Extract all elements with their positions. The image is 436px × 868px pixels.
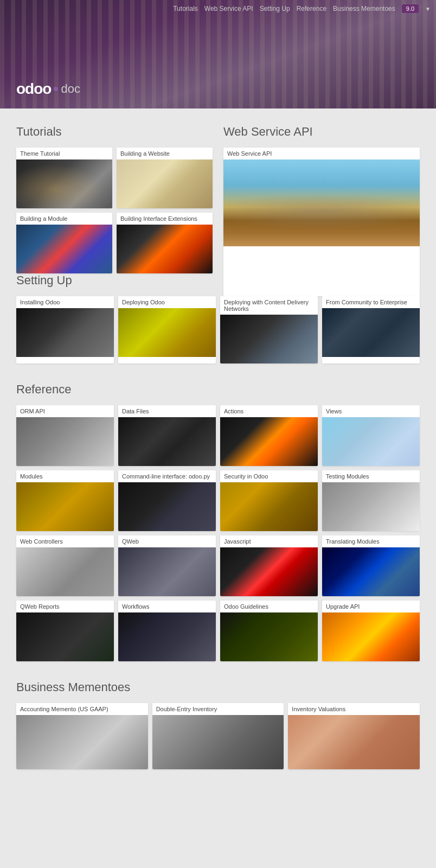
card-building-website-img	[117, 159, 213, 208]
tutorials-grid: Theme Tutorial Building a Website Buildi…	[16, 148, 213, 273]
card-webservice-img	[223, 159, 420, 246]
nav-settingup[interactable]: Setting Up	[260, 5, 290, 12]
nav-business[interactable]: Business Mementoes	[333, 5, 395, 12]
card-translating-label: Translating Modules	[322, 535, 420, 547]
card-accounting[interactable]: Accounting Memento (US GAAP)	[16, 703, 148, 769]
nav-reference[interactable]: Reference	[297, 5, 326, 12]
card-testing-img	[322, 482, 420, 531]
card-installing[interactable]: Installing Odoo	[16, 296, 114, 363]
card-inventory-label: Inventory Valuations	[288, 703, 420, 715]
card-modules-img	[16, 482, 114, 531]
card-installing-img	[16, 308, 114, 357]
card-upgrade-img	[322, 612, 420, 661]
logo-odoo-text: odoo	[16, 80, 51, 98]
card-community-img	[322, 308, 420, 357]
card-security-img	[220, 482, 318, 531]
card-guidelines-label: Odoo Guidelines	[220, 601, 318, 612]
business-grid: Accounting Memento (US GAAP) Double-Entr…	[16, 703, 420, 769]
card-deploying-img	[118, 308, 216, 357]
card-guidelines-img	[220, 612, 318, 661]
nav-tutorials[interactable]: Tutorials	[173, 5, 198, 12]
card-orm-img	[16, 417, 114, 466]
card-building-module[interactable]: Building a Module	[16, 213, 112, 273]
tutorials-section: Tutorials Theme Tutorial Building a Webs…	[16, 125, 213, 273]
reference-title: Reference	[16, 382, 420, 397]
card-building-module-label: Building a Module	[16, 213, 112, 225]
business-section: Business Mementoes Accounting Memento (U…	[16, 680, 420, 769]
card-qweb[interactable]: QWeb	[118, 535, 216, 596]
top-nav: Tutorials Web Service API Setting Up Ref…	[173, 4, 431, 13]
card-modules-label: Modules	[16, 470, 114, 482]
card-double-entry-img	[152, 715, 284, 769]
card-workflows-img	[118, 612, 216, 661]
card-testing[interactable]: Testing Modules	[322, 470, 420, 531]
webservice-section: Web Service API Web Service API	[223, 125, 420, 273]
card-security[interactable]: Security in Odoo	[220, 470, 318, 531]
card-inventory-img	[288, 715, 420, 769]
card-community-label: From Community to Enterprise	[322, 296, 420, 308]
tutorials-section-title: Tutorials	[16, 125, 213, 139]
card-datafiles-label: Data Files	[118, 405, 216, 417]
card-qwebreports-img	[16, 612, 114, 661]
card-double-entry-label: Double-Entry Inventory	[152, 703, 284, 715]
card-javascript-label: Javascript	[220, 535, 318, 547]
card-datafiles[interactable]: Data Files	[118, 405, 216, 466]
card-building-ext-img	[117, 225, 213, 273]
card-modules[interactable]: Modules	[16, 470, 114, 531]
card-building-ext[interactable]: Building Interface Extensions	[117, 213, 213, 273]
card-guidelines[interactable]: Odoo Guidelines	[220, 601, 318, 661]
card-deploying[interactable]: Deploying Odoo	[118, 296, 216, 363]
card-community[interactable]: From Community to Enterprise	[322, 296, 420, 363]
card-cmdline-img	[118, 482, 216, 531]
main-content: Tutorials Theme Tutorial Building a Webs…	[0, 108, 436, 805]
card-accounting-img	[16, 715, 148, 769]
header-logo: odoo doc	[16, 80, 80, 98]
card-webcontrollers[interactable]: Web Controllers	[16, 535, 114, 596]
card-testing-label: Testing Modules	[322, 470, 420, 482]
card-deploying-label: Deploying Odoo	[118, 296, 216, 308]
card-workflows[interactable]: Workflows	[118, 601, 216, 661]
card-views-label: Views	[322, 405, 420, 417]
card-actions-label: Actions	[220, 405, 318, 417]
card-actions-img	[220, 417, 318, 466]
card-deploying-cdn[interactable]: Deploying with Content Delivery Networks	[220, 296, 318, 363]
card-installing-label: Installing Odoo	[16, 296, 114, 308]
logo-dot	[54, 87, 58, 91]
card-deploying-cdn-label: Deploying with Content Delivery Networks	[220, 296, 318, 315]
logo-doc-text: doc	[61, 82, 80, 96]
reference-grid: ORM API Data Files Actions Views Modules	[16, 405, 420, 661]
card-inventory[interactable]: Inventory Valuations	[288, 703, 420, 769]
version-badge[interactable]: 9.0	[402, 4, 419, 13]
reference-section: Reference ORM API Data Files Actions Vie…	[16, 382, 420, 661]
version-dropdown-icon[interactable]: ▼	[425, 6, 431, 12]
card-translating-img	[322, 547, 420, 596]
page-header: Tutorials Web Service API Setting Up Ref…	[0, 0, 436, 108]
card-cmdline-label: Command-line interface: odoo.py	[118, 470, 216, 482]
card-theme-tutorial[interactable]: Theme Tutorial	[16, 148, 112, 208]
card-theme-tutorial-label: Theme Tutorial	[16, 148, 112, 159]
card-building-module-img	[16, 225, 112, 273]
card-webservice-label: Web Service API	[223, 148, 420, 159]
card-accounting-label: Accounting Memento (US GAAP)	[16, 703, 148, 715]
card-building-ext-label: Building Interface Extensions	[117, 213, 213, 225]
card-views[interactable]: Views	[322, 405, 420, 466]
business-title: Business Mementoes	[16, 680, 420, 694]
card-javascript-img	[220, 547, 318, 596]
card-double-entry[interactable]: Double-Entry Inventory	[152, 703, 284, 769]
card-datafiles-img	[118, 417, 216, 466]
card-security-label: Security in Odoo	[220, 470, 318, 482]
card-webservice[interactable]: Web Service API	[223, 148, 420, 296]
card-actions[interactable]: Actions	[220, 405, 318, 466]
card-translating[interactable]: Translating Modules	[322, 535, 420, 596]
nav-webservice[interactable]: Web Service API	[204, 5, 253, 12]
card-upgrade[interactable]: Upgrade API	[322, 601, 420, 661]
card-orm-label: ORM API	[16, 405, 114, 417]
card-webcontrollers-label: Web Controllers	[16, 535, 114, 547]
card-building-website[interactable]: Building a Website	[117, 148, 213, 208]
card-orm[interactable]: ORM API	[16, 405, 114, 466]
card-cmdline[interactable]: Command-line interface: odoo.py	[118, 470, 216, 531]
card-workflows-label: Workflows	[118, 601, 216, 612]
card-building-website-label: Building a Website	[117, 148, 213, 159]
card-javascript[interactable]: Javascript	[220, 535, 318, 596]
card-qwebreports[interactable]: QWeb Reports	[16, 601, 114, 661]
